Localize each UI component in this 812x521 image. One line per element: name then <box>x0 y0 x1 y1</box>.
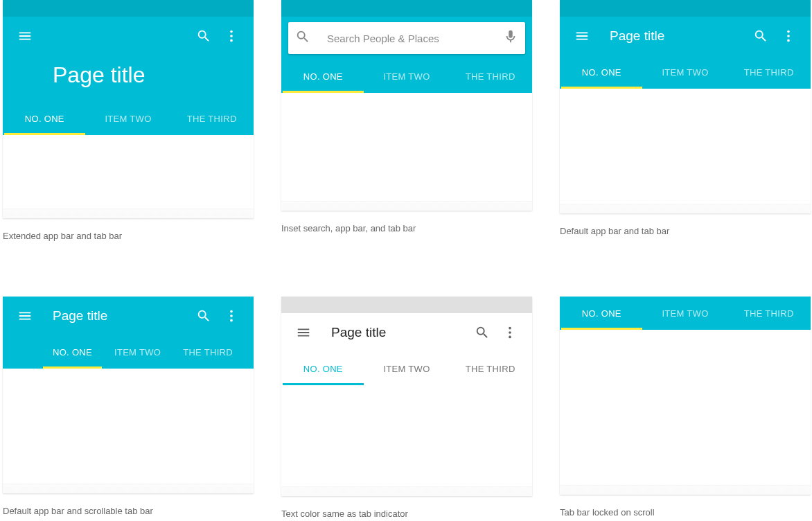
tab-bar: NO. ONE ITEM TWO THE THIRD <box>560 297 811 330</box>
caption: Inset search, app bar, and tab bar <box>281 223 532 233</box>
menu-icon[interactable] <box>11 302 39 330</box>
search-input[interactable]: Search People & Places <box>288 22 525 54</box>
example-scrollable: Page title NO. ONE ITEM TWO THE THIRD De… <box>3 297 254 519</box>
content-area <box>3 369 254 493</box>
example-textcolor: Page title NO. ONE ITEM TWO THE THIRD Te… <box>281 297 532 519</box>
page-title: Page title <box>596 28 747 44</box>
app-bar <box>3 17 254 55</box>
tab-bar: NO. ONE ITEM TWO THE THIRD <box>3 102 254 135</box>
tab-bar: NO. ONE ITEM TWO THE THIRD <box>281 352 532 385</box>
menu-icon[interactable] <box>11 22 39 50</box>
app-bar: Page title <box>281 313 532 352</box>
menu-icon[interactable] <box>568 22 596 50</box>
tab-one[interactable]: NO. ONE <box>281 352 365 385</box>
menu-icon[interactable] <box>290 319 317 346</box>
tab-two[interactable]: ITEM TWO <box>365 352 449 385</box>
app-bar: Page title <box>560 17 811 55</box>
tab-bar: NO. ONE ITEM TWO THE THIRD <box>281 60 532 93</box>
search-icon[interactable] <box>190 22 218 50</box>
content-area <box>560 89 811 213</box>
status-bar <box>281 297 532 313</box>
content-area <box>560 330 811 495</box>
more-icon[interactable] <box>775 22 802 50</box>
page-title: Page title <box>39 308 190 324</box>
status-bar <box>560 0 811 17</box>
content-area <box>3 135 254 218</box>
tab-two[interactable]: ITEM TWO <box>644 297 727 330</box>
example-default: Page title NO. ONE ITEM TWO THE THIRD De… <box>560 0 811 241</box>
tab-one[interactable]: NO. ONE <box>560 297 644 330</box>
tab-one[interactable]: NO. ONE <box>3 102 87 135</box>
caption: Extended app bar and tab bar <box>3 231 254 241</box>
tab-one[interactable]: NO. ONE <box>560 55 644 89</box>
tab-three[interactable]: THE THIRD <box>448 60 532 93</box>
more-icon[interactable] <box>496 319 524 346</box>
tab-three[interactable]: THE THIRD <box>172 335 244 369</box>
example-extended: Page title NO. ONE ITEM TWO THE THIRD Ex… <box>3 0 254 241</box>
caption: Tab bar locked on scroll <box>560 507 811 518</box>
more-icon[interactable] <box>218 302 245 330</box>
tab-bar: NO. ONE ITEM TWO THE THIRD <box>560 55 811 89</box>
caption: Default app bar and tab bar <box>560 226 811 236</box>
tab-two[interactable]: ITEM TWO <box>103 335 172 369</box>
search-icon <box>295 29 310 47</box>
tab-three[interactable]: THE THIRD <box>448 352 532 385</box>
status-bar <box>3 0 254 17</box>
content-area <box>281 385 532 496</box>
example-inset-search: Search People & Places NO. ONE ITEM TWO … <box>281 0 532 241</box>
tab-two[interactable]: ITEM TWO <box>644 55 727 89</box>
tab-three[interactable]: THE THIRD <box>727 297 811 330</box>
tab-bar-scrollable[interactable]: NO. ONE ITEM TWO THE THIRD <box>3 335 254 369</box>
tab-three[interactable]: THE THIRD <box>170 102 254 135</box>
tab-two[interactable]: ITEM TWO <box>87 102 170 135</box>
tab-one[interactable]: NO. ONE <box>281 60 365 93</box>
search-icon[interactable] <box>468 319 496 346</box>
example-locked: NO. ONE ITEM TWO THE THIRD Tab bar locke… <box>560 297 811 519</box>
tab-one[interactable]: NO. ONE <box>42 335 103 369</box>
content-area <box>281 93 532 211</box>
search-icon[interactable] <box>190 302 218 330</box>
app-bar: Page title <box>3 297 254 335</box>
search-placeholder: Search People & Places <box>310 33 503 44</box>
tab-three[interactable]: THE THIRD <box>727 55 811 89</box>
caption: Default app bar and scrollable tab bar <box>3 506 254 516</box>
search-icon[interactable] <box>747 22 775 50</box>
tab-two[interactable]: ITEM TWO <box>365 60 449 93</box>
page-title: Page title <box>317 325 468 340</box>
status-bar <box>281 0 532 17</box>
more-icon[interactable] <box>218 22 245 50</box>
mic-icon[interactable] <box>503 29 518 47</box>
page-title: Page title <box>3 55 254 102</box>
caption: Text color same as tab indicator <box>281 509 532 519</box>
